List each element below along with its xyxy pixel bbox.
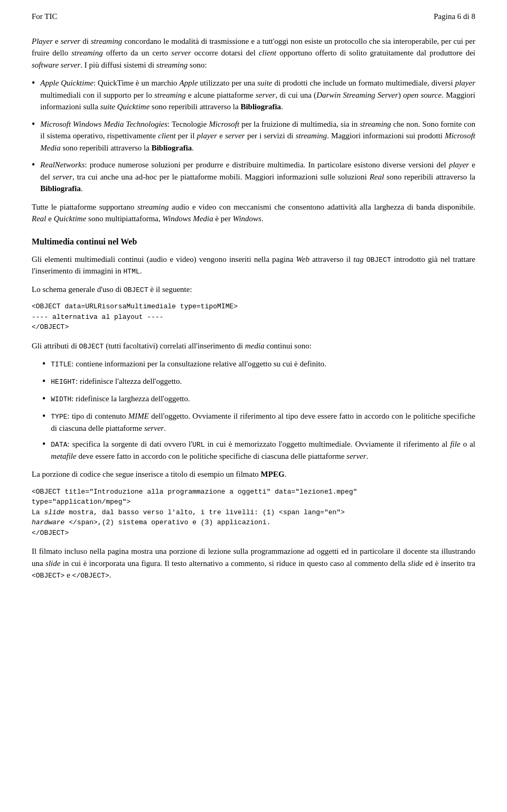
bullet-icon: • xyxy=(32,76,35,90)
streaming-item-microsoft: • Microsoft Windows Media Technologies: … xyxy=(32,118,475,154)
bullet-icon: • xyxy=(42,409,45,423)
attr-height-text: HEIGHT: ridefinisce l'altezza dell'ogget… xyxy=(51,375,475,388)
attr-data: • DATA: specifica la sorgente di dati ov… xyxy=(42,438,475,462)
attr-title-text: TITLE: contiene informazioni per la cons… xyxy=(51,358,475,370)
platforms-paragraph: Tutte le piattaforme supportano streamin… xyxy=(32,201,475,225)
bullet-icon: • xyxy=(42,437,45,451)
multimedia-paragraph: Gli elementi multimediali continui (audi… xyxy=(32,253,475,277)
page-header: For TIC Pagina 6 di 8 xyxy=(32,11,475,23)
attr-width-text: WIDTH: ridefinisce la larghezza dell'ogg… xyxy=(51,393,475,405)
attributes-list: • TITLE: contiene informazioni per la co… xyxy=(42,358,475,462)
attributes-paragraph: Gli attributi di OBJECT (tutti facoltati… xyxy=(32,340,475,352)
attr-data-text: DATA: specifica la sorgente di dati ovve… xyxy=(51,438,475,462)
streaming-item-realnetworks: • RealNetworks: produce numerose soluzio… xyxy=(32,159,475,195)
bullet-icon: • xyxy=(42,357,45,371)
bullet-icon: • xyxy=(42,374,45,389)
streaming-item-realnetworks-text: RealNetworks: produce numerose soluzioni… xyxy=(40,159,475,195)
attr-title: • TITLE: contiene informazioni per la co… xyxy=(42,358,475,371)
bullet-icon: • xyxy=(32,117,35,131)
attr-type: • TYPE: tipo di contenuto MIME dell'ogge… xyxy=(42,410,475,434)
intro-paragraph: Player e server di streaming concordano … xyxy=(32,35,475,71)
streaming-item-apple-text: Apple Quicktime: QuickTime è un marchio … xyxy=(40,77,475,113)
attr-width: • WIDTH: ridefinisce la larghezza dell'o… xyxy=(42,393,475,406)
attr-height: • HEIGHT: ridefinisce l'altezza dell'ogg… xyxy=(42,375,475,389)
header-right: Pagina 6 di 8 xyxy=(434,11,475,23)
header-left: For TIC xyxy=(32,11,57,23)
mpeg-paragraph: La porzione di codice che segue inserisc… xyxy=(32,468,475,480)
bullet-icon: • xyxy=(42,392,45,406)
code-block-2: <OBJECT title="Introduzione alla program… xyxy=(32,487,475,539)
schema-paragraph: Lo schema generale d'uso di OBJECT è il … xyxy=(32,284,475,296)
code-block-1: <OBJECT data=URLRisorsaMultimediale type… xyxy=(32,301,475,333)
bullet-icon: • xyxy=(32,158,35,172)
section-multimedia-heading: Multimedia continui nel Web xyxy=(32,235,475,248)
streaming-list: • Apple Quicktime: QuickTime è un marchi… xyxy=(32,77,475,195)
final-paragraph: Il filmato incluso nella pagina mostra u… xyxy=(32,545,475,581)
streaming-item-microsoft-text: Microsoft Windows Media Technologies: Te… xyxy=(40,118,475,154)
streaming-item-apple: • Apple Quicktime: QuickTime è un marchi… xyxy=(32,77,475,113)
attr-type-text: TYPE: tipo di contenuto MIME dell'oggett… xyxy=(51,410,475,434)
